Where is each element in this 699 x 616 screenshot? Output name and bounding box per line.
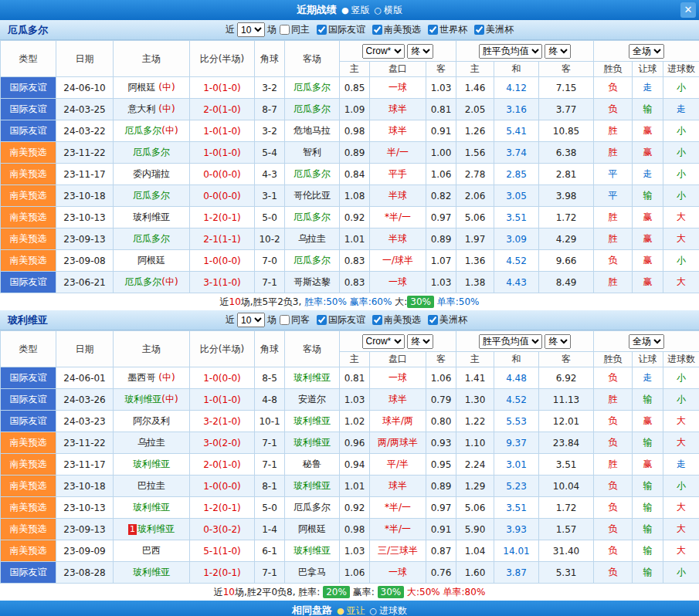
competition-filter[interactable]: 美洲杯	[425, 313, 467, 327]
handicap-line: 平/半	[370, 454, 426, 476]
competition-checkbox[interactable]	[428, 315, 438, 325]
handicap-home-odds: 0.85	[340, 77, 370, 99]
team-section-header-bolivia: 玻利维亚 近 10 场 同客 国际友谊南美预选美洲杯	[0, 310, 699, 330]
odds-company-select[interactable]: Crow*	[362, 334, 405, 349]
match-date: 23-08-28	[56, 562, 114, 584]
odds-draw: 4.48	[494, 367, 539, 389]
competition-filter[interactable]: 国际友谊	[314, 313, 365, 327]
match-date: 24-03-23	[56, 411, 114, 432]
corner-score: 7-1	[255, 432, 285, 454]
handicap-away-odds: 0.97	[426, 497, 456, 519]
corner-score: 8-1	[255, 476, 285, 497]
competition-filter[interactable]: 国际友谊	[314, 23, 365, 36]
recent-count-select[interactable]: 10	[237, 22, 265, 37]
odds-win: 2.78	[456, 164, 494, 185]
odds-win: 1.38	[456, 272, 494, 293]
competition-checkbox[interactable]	[317, 25, 327, 35]
same-venue-label: 同客	[291, 313, 310, 327]
full-game-select[interactable]: 全场	[629, 334, 664, 349]
sub-goals-header: 进球数	[663, 352, 699, 367]
away-team: 厄瓜多尔	[285, 207, 340, 228]
away-team: 厄瓜多尔	[285, 99, 340, 120]
wdl-avg-select[interactable]: 胜平负均值	[479, 44, 542, 59]
layout-horizontal-option[interactable]: ○ 横版	[375, 4, 403, 17]
handicap-home-odds: 0.83	[340, 272, 370, 293]
match-row: 南美预选23-10-13玻利维亚1-2(0-1)5-0厄瓜多尔0.92*半/一0…	[1, 497, 699, 519]
col-corner-header: 角球	[255, 41, 285, 77]
same-venue-filter[interactable]: 同客	[277, 313, 310, 327]
competition-filter[interactable]: 南美预选	[369, 23, 421, 36]
competition-filter[interactable]: 南美预选	[369, 313, 421, 327]
filter-controls: 近 10 场 同客 国际友谊南美预选美洲杯	[226, 313, 471, 327]
handicap-home-odds: 0.89	[340, 142, 370, 164]
odds-draw: 3.01	[494, 454, 539, 476]
odds-stage-select[interactable]: 终	[407, 44, 433, 59]
summary-line: 近10场,胜2平0负8, 胜率: 20% 赢率: 30% 大:50% 单率:80…	[0, 584, 699, 601]
home-team: 乌拉圭	[114, 432, 190, 454]
competition-filter[interactable]: 美洲杯	[471, 23, 514, 36]
handicap-away-odds: 0.76	[426, 562, 456, 584]
wdl-stage-select[interactable]: 终	[545, 334, 571, 349]
handicap-line: 一球	[370, 77, 426, 99]
asian-handicap-option[interactable]: ● 亚让	[337, 604, 365, 616]
match-row: 国际友谊24-03-26玻利维亚(中)1-0(1-0)4-8安道尔1.03球半0…	[1, 389, 699, 411]
home-team: 墨西哥 (中)	[114, 367, 190, 389]
corner-score: 5-0	[255, 207, 285, 228]
layout-vertical-option[interactable]: ● 竖版	[341, 4, 370, 17]
odds-win: 1.22	[456, 411, 494, 432]
close-icon[interactable]: ✕	[680, 2, 696, 18]
competition-checkbox[interactable]	[372, 315, 382, 325]
same-venue-filter[interactable]: 同主	[277, 23, 310, 36]
top-bar: 近期战绩 ● 竖版 ○ 横版 ✕	[0, 0, 699, 20]
competition-filter[interactable]: 世界杯	[425, 23, 467, 36]
match-date: 24-03-25	[56, 99, 114, 120]
competition-checkbox[interactable]	[428, 25, 438, 35]
competition-checkbox[interactable]	[372, 25, 382, 35]
corner-score: 7-1	[255, 272, 285, 293]
match-date: 23-11-17	[56, 454, 114, 476]
odds-stage-select[interactable]: 终	[407, 334, 433, 349]
home-team: 巴拉圭	[114, 476, 190, 497]
odds-win: 5.90	[456, 519, 494, 540]
match-row: 南美预选23-11-22厄瓜多尔1-0(1-0)5-4智利0.89半/一1.00…	[1, 142, 699, 164]
asian-handicap-label: 亚让	[347, 604, 365, 616]
odds-win: 2.06	[456, 185, 494, 207]
radio-selected-icon: ●	[337, 606, 344, 616]
same-venue-checkbox[interactable]	[280, 315, 290, 325]
result-wdl: 胜	[594, 228, 633, 250]
handicap-away-odds: 1.07	[426, 250, 456, 272]
match-type-badge: 南美预选	[1, 476, 56, 497]
neutral-venue-marker: (中)	[158, 372, 175, 383]
result-wdl: 负	[594, 432, 633, 454]
competition-checkbox[interactable]	[474, 25, 484, 35]
match-row: 南美预选23-10-18厄瓜多尔0-0(0-0)3-1哥伦比亚1.08半球0.8…	[1, 185, 699, 207]
handicap-home-odds: 0.83	[340, 250, 370, 272]
match-date: 23-10-13	[56, 497, 114, 519]
match-date: 24-06-10	[56, 77, 114, 99]
match-date: 24-06-01	[56, 367, 114, 389]
full-game-select[interactable]: 全场	[629, 44, 664, 59]
odds-lose: 5.31	[539, 562, 594, 584]
odds-lose: 12.01	[539, 411, 594, 432]
result-handicap: 输	[633, 99, 663, 120]
competition-checkbox[interactable]	[317, 315, 327, 325]
match-type-badge: 国际友谊	[1, 99, 56, 120]
result-handicap: 赢	[633, 272, 663, 293]
wdl-avg-select[interactable]: 胜平负均值	[479, 334, 542, 349]
match-type-badge: 国际友谊	[1, 120, 56, 142]
result-goals: 大	[663, 497, 699, 519]
match-row: 南美预选23-09-131玻利维亚0-3(0-2)1-4阿根廷0.98*半/一0…	[1, 519, 699, 540]
odds-win: 5.06	[456, 497, 494, 519]
sub-handicap-header: 盘口	[370, 62, 426, 77]
handicap-away-odds: 1.06	[426, 164, 456, 185]
odds-company-select[interactable]: Crow*	[362, 44, 405, 59]
home-team: 玻利维亚	[114, 454, 190, 476]
handicap-home-odds: 0.96	[340, 432, 370, 454]
wdl-stage-select[interactable]: 终	[545, 44, 571, 59]
corner-score: 4-3	[255, 164, 285, 185]
goals-option[interactable]: ○ 进球数	[370, 604, 408, 616]
same-venue-checkbox[interactable]	[280, 25, 290, 35]
recent-count-select[interactable]: 10	[237, 313, 265, 327]
odds-lose: 3.98	[539, 185, 594, 207]
handicap-away-odds: 0.89	[426, 228, 456, 250]
